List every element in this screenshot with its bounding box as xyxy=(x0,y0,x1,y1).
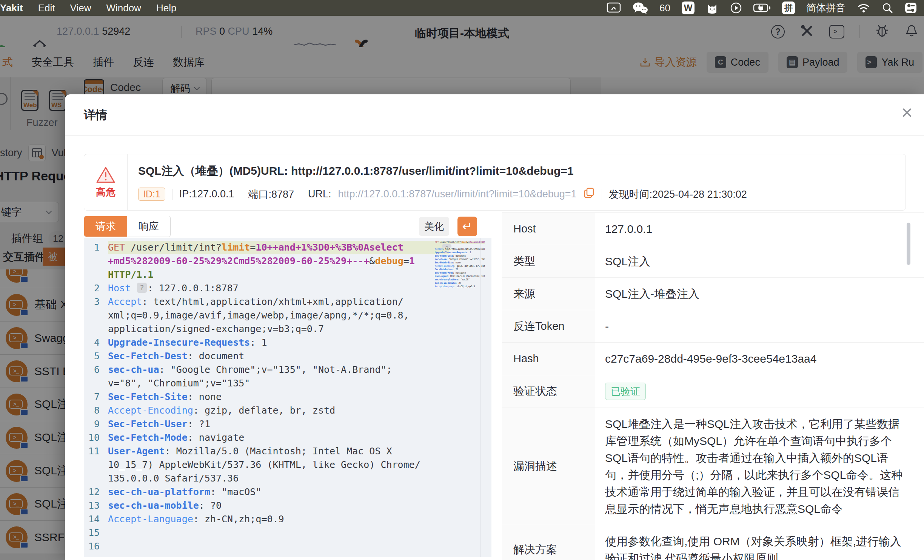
tab-response[interactable]: 响应 xyxy=(127,216,170,237)
code-row[interactable]: application/signed-exchange;v=b3;q=0.7 xyxy=(84,322,491,336)
table-row-value: SQL堆叠注入是一种SQL注入攻击技术，它利用了某些数据库管理系统（如MySQL… xyxy=(595,408,924,525)
code-row[interactable]: +md5%282009-60-25%29%2Cmd5%282009-60-25%… xyxy=(84,254,491,268)
menu-edit[interactable]: Edit xyxy=(38,2,55,14)
code-row[interactable]: 13sec-ch-ua-mobile: ?0 xyxy=(84,499,491,512)
table-row-value: 已验证 xyxy=(595,375,924,408)
editor-scroll-track xyxy=(480,238,480,557)
table-row-label: 解决方案 xyxy=(502,525,595,560)
code-row[interactable]: 12sec-ch-ua-platform: "macOS" xyxy=(84,485,491,499)
verified-status-badge: 已验证 xyxy=(605,383,646,400)
table-row: 验证状态已验证 xyxy=(502,375,924,408)
code-row[interactable]: 2Host ?: 127.0.0.1:8787 xyxy=(84,282,491,295)
send-request-button[interactable]: ↵ xyxy=(457,217,477,236)
severity-label: 高危 xyxy=(96,186,116,199)
menu-window[interactable]: Window xyxy=(106,2,141,14)
table-row: Hashc27c7a69-28dd-495e-9ef3-3cee54e13aa4 xyxy=(502,343,924,375)
code-row[interactable]: 9Sec-Fetch-User: ?1 xyxy=(84,417,491,431)
table-row-value: 127.0.0.1 xyxy=(595,213,924,245)
table-row: Host127.0.0.1 xyxy=(502,213,924,245)
detail-modal: 详情 × 高危 SQL注入（堆叠）(MD5)URL: http://127.0.… xyxy=(65,94,924,560)
modal-scrollbar-thumb[interactable] xyxy=(907,223,910,265)
table-row: 类型SQL注入 xyxy=(502,245,924,278)
table-row-label: 类型 xyxy=(502,245,595,277)
table-row-label: Host xyxy=(502,213,595,245)
table-row-value: - xyxy=(595,310,924,342)
modal-header: 详情 × xyxy=(65,94,924,136)
modal-title: 详情 xyxy=(84,107,107,123)
spotlight-search-icon[interactable] xyxy=(882,2,893,14)
table-row: 反连Token- xyxy=(502,310,924,343)
screen-mirroring-icon[interactable] xyxy=(607,2,621,14)
code-row[interactable]: 10Sec-Fetch-Mode: navigate xyxy=(84,431,491,445)
menu-view[interactable]: View xyxy=(70,2,91,14)
table-row-value: SQL注入-堆叠注入 xyxy=(595,278,924,310)
table-row-label: Hash xyxy=(502,343,595,375)
input-method-icon[interactable]: 拼 xyxy=(782,2,795,14)
table-row-value: c27c7a69-28dd-495e-9ef3-3cee54e13aa4 xyxy=(595,343,924,375)
control-center-icon[interactable] xyxy=(904,2,917,14)
request-editor[interactable]: 1GET /user/limit/int?limit=10++and+1%3D0… xyxy=(84,238,491,557)
code-row[interactable]: 3Accept: text/html,application/xhtml+xml… xyxy=(84,295,491,309)
code-row[interactable]: 1GET /user/limit/int?limit=10++and+1%3D0… xyxy=(84,241,491,254)
vulnerability-title: SQL注入（堆叠）(MD5)URL: http://127.0.0.1:8787… xyxy=(138,163,747,179)
port-value: 端口:8787 xyxy=(248,188,294,201)
request-toolbar: 请求 响应 美化 ↵ xyxy=(84,216,491,237)
found-time: 发现时间:2025-04-28 21:30:02 xyxy=(609,188,747,201)
code-row[interactable]: xml;q=0.9,image/avif,image/webp,image/ap… xyxy=(84,309,491,322)
macos-menubar: Yakit Edit View Window Help 60 W xyxy=(0,0,924,16)
table-row: 漏洞描述SQL堆叠注入是一种SQL注入攻击技术，它利用了某些数据库管理系统（如M… xyxy=(502,408,924,525)
menubar-app-name[interactable]: Yakit xyxy=(0,2,23,14)
code-row[interactable]: 10_15_7) AppleWebKit/537.36 (KHTML, like… xyxy=(84,458,491,472)
code-row[interactable]: 135.0.0.0 Safari/537.36 xyxy=(84,472,491,485)
code-row[interactable]: 16 xyxy=(84,540,491,553)
code-row[interactable]: 5Sec-Fetch-Dest: document xyxy=(84,349,491,363)
word-app-icon[interactable]: W xyxy=(682,2,695,14)
warning-triangle-icon xyxy=(96,166,116,184)
table-row-value: SQL注入 xyxy=(595,245,924,277)
table-row-value: 使用参数化查询,使用 ORM（对象关系映射）框架,进行输入验证和过滤,代码遵循最… xyxy=(595,525,924,560)
wifi-icon[interactable] xyxy=(857,3,870,13)
vulnerability-card: 高危 SQL注入（堆叠）(MD5)URL: http://127.0.0.1:8… xyxy=(84,154,906,211)
code-row[interactable]: 15 xyxy=(84,526,491,540)
code-row[interactable]: 8Accept-Encoding: gzip, deflate, br, zst… xyxy=(84,404,491,417)
wechat-icon[interactable] xyxy=(632,2,648,14)
copy-icon[interactable] xyxy=(584,187,595,201)
beautify-button[interactable]: 美化 xyxy=(419,217,449,236)
play-status-icon[interactable] xyxy=(730,2,742,14)
battery-icon[interactable] xyxy=(753,3,771,13)
table-row: 来源SQL注入-堆叠注入 xyxy=(502,278,924,310)
screen: Yakit Edit View Window Help 60 W xyxy=(0,0,924,560)
severity-cell: 高危 xyxy=(84,154,128,210)
menu-help[interactable]: Help xyxy=(156,2,176,14)
table-row-label: 漏洞描述 xyxy=(502,408,595,525)
code-row[interactable]: v="8", "Chromium";v="135" xyxy=(84,377,491,390)
id-badge: ID:1 xyxy=(138,188,165,201)
request-response-tabs: 请求 响应 xyxy=(84,216,171,237)
table-row-label: 反连Token xyxy=(502,310,595,342)
url-link[interactable]: http://127.0.0.1:8787/user/limit/int?lim… xyxy=(338,188,577,200)
input-method-label[interactable]: 简体拼音 xyxy=(806,2,845,15)
table-row-label: 来源 xyxy=(502,278,595,310)
code-row[interactable]: 4Upgrade-Insecure-Requests: 1 xyxy=(84,336,491,349)
editor-minimap[interactable]: GET /user/limit/int?limit=10++and+1%3D0+… xyxy=(435,241,485,295)
code-row[interactable]: 6sec-ch-ua: "Google Chrome";v="135", "No… xyxy=(84,363,491,377)
code-row[interactable]: 14Accept-Language: zh-CN,zh;q=0.9 xyxy=(84,512,491,526)
table-row-label: 验证状态 xyxy=(502,375,595,408)
code-row[interactable]: 11User-Agent: Mozilla/5.0 (Macintosh; In… xyxy=(84,445,491,458)
table-row: 解决方案使用参数化查询,使用 ORM（对象关系映射）框架,进行输入验证和过滤,代… xyxy=(502,525,924,560)
ip-value: IP:127.0.0.1 xyxy=(179,188,234,200)
code-row[interactable]: 7Sec-Fetch-Site: none xyxy=(84,390,491,404)
vulnerability-meta: ID:1 IP:127.0.0.1 端口:8787 URL: http://12… xyxy=(138,187,747,201)
wechat-unread-count: 60 xyxy=(659,2,670,14)
cat-utility-icon[interactable] xyxy=(706,2,719,14)
editor-lines: 1GET /user/limit/int?limit=10++and+1%3D0… xyxy=(84,238,491,553)
vulnerability-detail-table: Host127.0.0.1类型SQL注入来源SQL注入-堆叠注入反连Token-… xyxy=(502,212,924,560)
tab-request[interactable]: 请求 xyxy=(84,216,127,237)
url-label: URL: xyxy=(308,188,331,200)
code-row[interactable]: HTTP/1.1 xyxy=(84,268,491,282)
close-icon[interactable]: × xyxy=(901,103,913,122)
